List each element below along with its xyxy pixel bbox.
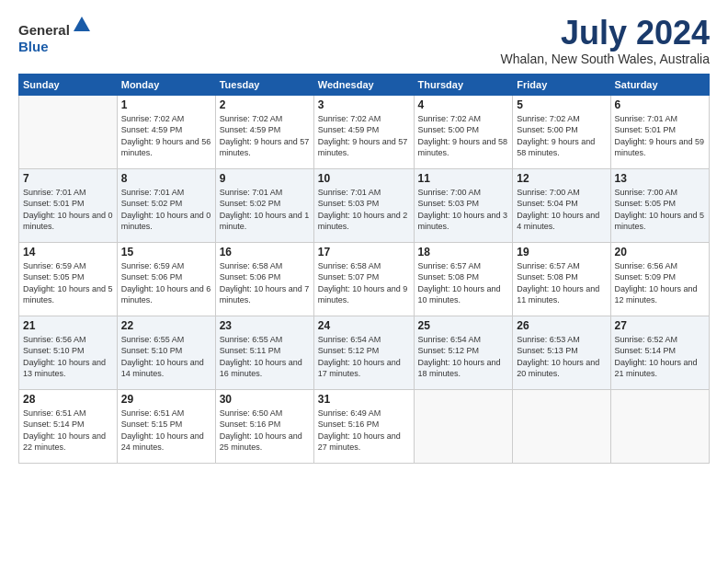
day-info: Sunrise: 7:02 AMSunset: 5:00 PMDaylight:… bbox=[517, 113, 606, 159]
weekday-header-monday: Monday bbox=[117, 74, 215, 95]
month-title: July 2024 bbox=[501, 15, 710, 52]
weekday-header-row: SundayMondayTuesdayWednesdayThursdayFrid… bbox=[19, 74, 710, 95]
calendar-cell: 15Sunrise: 6:59 AMSunset: 5:06 PMDayligh… bbox=[117, 242, 215, 316]
day-info: Sunrise: 6:54 AMSunset: 5:12 PMDaylight:… bbox=[318, 334, 410, 380]
svg-marker-0 bbox=[74, 17, 90, 31]
day-number: 2 bbox=[220, 98, 310, 111]
day-number: 6 bbox=[615, 98, 705, 111]
day-number: 30 bbox=[220, 393, 310, 406]
calendar-week-row: 1Sunrise: 7:02 AMSunset: 4:59 PMDaylight… bbox=[19, 95, 710, 168]
day-info: Sunrise: 6:54 AMSunset: 5:12 PMDaylight:… bbox=[418, 334, 509, 380]
day-info: Sunrise: 7:02 AMSunset: 4:59 PMDaylight:… bbox=[220, 113, 310, 159]
logo-general: General bbox=[18, 22, 70, 38]
day-info: Sunrise: 6:53 AMSunset: 5:13 PMDaylight:… bbox=[517, 334, 606, 380]
day-number: 11 bbox=[418, 172, 509, 185]
day-number: 21 bbox=[23, 319, 113, 332]
day-info: Sunrise: 7:01 AMSunset: 5:02 PMDaylight:… bbox=[121, 187, 211, 233]
calendar-cell: 14Sunrise: 6:59 AMSunset: 5:05 PMDayligh… bbox=[19, 242, 118, 316]
calendar-cell: 6Sunrise: 7:01 AMSunset: 5:01 PMDaylight… bbox=[610, 95, 709, 168]
weekday-header-friday: Friday bbox=[513, 74, 610, 95]
location-title: Whalan, New South Wales, Australia bbox=[501, 52, 710, 66]
day-number: 31 bbox=[318, 393, 410, 406]
calendar-cell: 10Sunrise: 7:01 AMSunset: 5:03 PMDayligh… bbox=[313, 168, 414, 242]
day-info: Sunrise: 7:02 AMSunset: 4:59 PMDaylight:… bbox=[318, 113, 410, 159]
day-number: 7 bbox=[23, 172, 113, 185]
day-info: Sunrise: 7:00 AMSunset: 5:05 PMDaylight:… bbox=[615, 187, 705, 233]
calendar-week-row: 14Sunrise: 6:59 AMSunset: 5:05 PMDayligh… bbox=[19, 242, 710, 316]
day-number: 20 bbox=[615, 246, 705, 259]
calendar-cell: 7Sunrise: 7:01 AMSunset: 5:01 PMDaylight… bbox=[19, 168, 118, 242]
calendar-week-row: 7Sunrise: 7:01 AMSunset: 5:01 PMDaylight… bbox=[19, 168, 710, 242]
day-number: 3 bbox=[318, 98, 410, 111]
day-number: 4 bbox=[418, 98, 509, 111]
calendar-cell: 21Sunrise: 6:56 AMSunset: 5:10 PMDayligh… bbox=[19, 316, 118, 389]
day-number: 28 bbox=[23, 393, 113, 406]
day-number: 17 bbox=[318, 246, 410, 259]
calendar-cell: 19Sunrise: 6:57 AMSunset: 5:08 PMDayligh… bbox=[513, 242, 610, 316]
day-info: Sunrise: 6:51 AMSunset: 5:14 PMDaylight:… bbox=[23, 408, 113, 454]
logo-wordmark: General Blue bbox=[18, 15, 92, 55]
day-number: 22 bbox=[121, 319, 211, 332]
day-info: Sunrise: 7:00 AMSunset: 5:04 PMDaylight:… bbox=[517, 187, 606, 233]
day-number: 26 bbox=[517, 319, 606, 332]
calendar-cell: 28Sunrise: 6:51 AMSunset: 5:14 PMDayligh… bbox=[19, 389, 118, 463]
calendar-cell: 27Sunrise: 6:52 AMSunset: 5:14 PMDayligh… bbox=[610, 316, 709, 389]
day-number: 13 bbox=[615, 172, 705, 185]
day-info: Sunrise: 7:01 AMSunset: 5:01 PMDaylight:… bbox=[615, 113, 705, 159]
day-info: Sunrise: 7:01 AMSunset: 5:01 PMDaylight:… bbox=[23, 187, 113, 233]
day-info: Sunrise: 6:57 AMSunset: 5:08 PMDaylight:… bbox=[418, 260, 509, 306]
day-info: Sunrise: 6:56 AMSunset: 5:10 PMDaylight:… bbox=[23, 334, 113, 380]
calendar-cell: 26Sunrise: 6:53 AMSunset: 5:13 PMDayligh… bbox=[513, 316, 610, 389]
weekday-header-saturday: Saturday bbox=[610, 74, 709, 95]
header: General Blue July 2024 Whalan, New South… bbox=[18, 15, 710, 66]
page: General Blue July 2024 Whalan, New South… bbox=[0, 0, 728, 563]
day-number: 15 bbox=[121, 246, 211, 259]
calendar-week-row: 21Sunrise: 6:56 AMSunset: 5:10 PMDayligh… bbox=[19, 316, 710, 389]
day-info: Sunrise: 6:52 AMSunset: 5:14 PMDaylight:… bbox=[615, 334, 705, 380]
logo: General Blue bbox=[18, 15, 92, 55]
calendar-cell: 12Sunrise: 7:00 AMSunset: 5:04 PMDayligh… bbox=[513, 168, 610, 242]
calendar-cell: 20Sunrise: 6:56 AMSunset: 5:09 PMDayligh… bbox=[610, 242, 709, 316]
logo-icon bbox=[72, 15, 92, 35]
day-info: Sunrise: 6:49 AMSunset: 5:16 PMDaylight:… bbox=[318, 408, 410, 454]
calendar-cell: 5Sunrise: 7:02 AMSunset: 5:00 PMDaylight… bbox=[513, 95, 610, 168]
day-info: Sunrise: 7:01 AMSunset: 5:02 PMDaylight:… bbox=[220, 187, 310, 233]
day-number: 10 bbox=[318, 172, 410, 185]
calendar-cell bbox=[513, 389, 610, 463]
calendar-cell: 3Sunrise: 7:02 AMSunset: 4:59 PMDaylight… bbox=[313, 95, 414, 168]
calendar-table: SundayMondayTuesdayWednesdayThursdayFrid… bbox=[18, 74, 710, 464]
calendar-cell: 25Sunrise: 6:54 AMSunset: 5:12 PMDayligh… bbox=[414, 316, 513, 389]
day-number: 8 bbox=[121, 172, 211, 185]
weekday-header-sunday: Sunday bbox=[19, 74, 118, 95]
calendar-cell: 13Sunrise: 7:00 AMSunset: 5:05 PMDayligh… bbox=[610, 168, 709, 242]
calendar-cell: 16Sunrise: 6:58 AMSunset: 5:06 PMDayligh… bbox=[215, 242, 313, 316]
day-number: 23 bbox=[220, 319, 310, 332]
day-number: 14 bbox=[23, 246, 113, 259]
weekday-header-thursday: Thursday bbox=[414, 74, 513, 95]
calendar-cell: 4Sunrise: 7:02 AMSunset: 5:00 PMDaylight… bbox=[414, 95, 513, 168]
day-number: 19 bbox=[517, 246, 606, 259]
calendar-week-row: 28Sunrise: 6:51 AMSunset: 5:14 PMDayligh… bbox=[19, 389, 710, 463]
day-info: Sunrise: 6:58 AMSunset: 5:06 PMDaylight:… bbox=[220, 260, 310, 306]
calendar-cell: 2Sunrise: 7:02 AMSunset: 4:59 PMDaylight… bbox=[215, 95, 313, 168]
day-number: 9 bbox=[220, 172, 310, 185]
day-info: Sunrise: 6:55 AMSunset: 5:10 PMDaylight:… bbox=[121, 334, 211, 380]
calendar-cell: 24Sunrise: 6:54 AMSunset: 5:12 PMDayligh… bbox=[313, 316, 414, 389]
calendar-cell: 9Sunrise: 7:01 AMSunset: 5:02 PMDaylight… bbox=[215, 168, 313, 242]
calendar-cell: 31Sunrise: 6:49 AMSunset: 5:16 PMDayligh… bbox=[313, 389, 414, 463]
day-number: 25 bbox=[418, 319, 509, 332]
calendar-cell bbox=[19, 95, 118, 168]
day-info: Sunrise: 6:50 AMSunset: 5:16 PMDaylight:… bbox=[220, 408, 310, 454]
day-info: Sunrise: 7:02 AMSunset: 5:00 PMDaylight:… bbox=[418, 113, 509, 159]
day-info: Sunrise: 7:02 AMSunset: 4:59 PMDaylight:… bbox=[121, 113, 211, 159]
day-info: Sunrise: 6:55 AMSunset: 5:11 PMDaylight:… bbox=[220, 334, 310, 380]
day-info: Sunrise: 6:57 AMSunset: 5:08 PMDaylight:… bbox=[517, 260, 606, 306]
day-info: Sunrise: 6:59 AMSunset: 5:06 PMDaylight:… bbox=[121, 260, 211, 306]
calendar-cell: 17Sunrise: 6:58 AMSunset: 5:07 PMDayligh… bbox=[313, 242, 414, 316]
calendar-cell: 1Sunrise: 7:02 AMSunset: 4:59 PMDaylight… bbox=[117, 95, 215, 168]
day-info: Sunrise: 6:58 AMSunset: 5:07 PMDaylight:… bbox=[318, 260, 410, 306]
weekday-header-tuesday: Tuesday bbox=[215, 74, 313, 95]
logo-blue: Blue bbox=[18, 39, 49, 54]
day-number: 16 bbox=[220, 246, 310, 259]
day-number: 18 bbox=[418, 246, 509, 259]
